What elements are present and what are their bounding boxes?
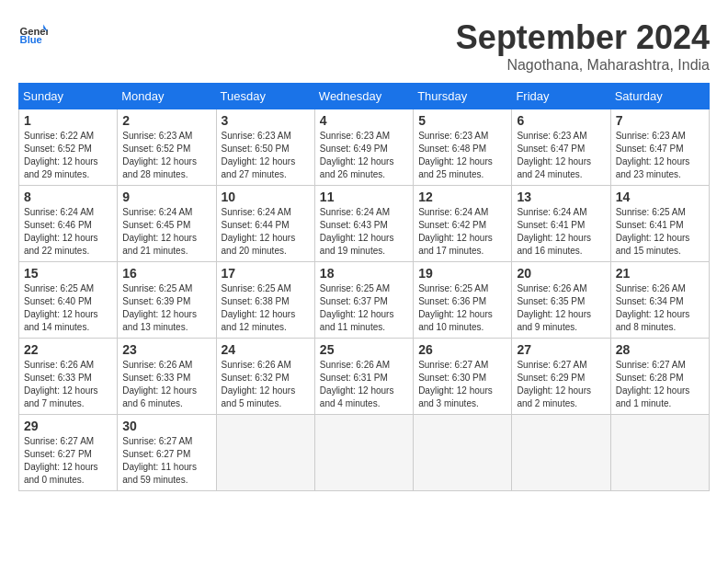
day-info: Sunrise: 6:27 AMSunset: 6:27 PMDaylight:… [24,435,112,487]
col-header-wednesday: Wednesday [314,84,413,109]
day-number: 24 [222,342,310,357]
day-number: 8 [24,190,112,204]
day-info: Sunrise: 6:24 AMSunset: 6:43 PMDaylight:… [320,206,408,258]
calendar-cell: 8Sunrise: 6:24 AMSunset: 6:46 PMDaylight… [19,186,118,262]
calendar-cell: 28Sunrise: 6:27 AMSunset: 6:28 PMDayligh… [610,339,709,415]
title-section: September 2024 Nagothana, Maharashtra, I… [456,18,710,74]
calendar-cell [414,415,512,491]
calendar-cell: 29Sunrise: 6:27 AMSunset: 6:27 PMDayligh… [19,415,118,491]
calendar-week-row: 1Sunrise: 6:22 AMSunset: 6:52 PMDaylight… [19,109,710,186]
day-number: 30 [122,419,210,433]
calendar-header-row: SundayMondayTuesdayWednesdayThursdayFrid… [19,84,710,109]
day-number: 12 [418,190,506,204]
day-number: 14 [616,190,704,204]
calendar-cell: 11Sunrise: 6:24 AMSunset: 6:43 PMDayligh… [314,186,413,262]
day-number: 22 [24,342,112,357]
calendar-cell: 27Sunrise: 6:27 AMSunset: 6:29 PMDayligh… [512,339,610,415]
day-number: 11 [320,190,408,204]
day-info: Sunrise: 6:23 AMSunset: 6:47 PMDaylight:… [616,130,704,181]
day-number: 1 [24,113,112,128]
calendar-cell: 23Sunrise: 6:26 AMSunset: 6:33 PMDayligh… [118,339,216,415]
day-number: 9 [122,190,210,204]
day-number: 5 [418,113,506,128]
calendar-cell: 14Sunrise: 6:25 AMSunset: 6:41 PMDayligh… [610,186,709,262]
day-info: Sunrise: 6:23 AMSunset: 6:49 PMDaylight:… [320,130,408,181]
day-info: Sunrise: 6:26 AMSunset: 6:35 PMDaylight:… [517,282,605,334]
col-header-saturday: Saturday [610,84,709,109]
calendar-cell: 9Sunrise: 6:24 AMSunset: 6:45 PMDaylight… [118,186,216,262]
calendar-cell: 16Sunrise: 6:25 AMSunset: 6:39 PMDayligh… [118,262,216,339]
day-info: Sunrise: 6:24 AMSunset: 6:42 PMDaylight:… [418,206,506,258]
col-header-monday: Monday [118,84,216,109]
col-header-thursday: Thursday [414,84,512,109]
col-header-friday: Friday [512,84,610,109]
day-info: Sunrise: 6:25 AMSunset: 6:38 PMDaylight:… [222,282,310,334]
day-info: Sunrise: 6:24 AMSunset: 6:44 PMDaylight:… [222,206,310,258]
calendar-cell: 17Sunrise: 6:25 AMSunset: 6:38 PMDayligh… [216,262,314,339]
day-number: 18 [320,266,408,281]
col-header-sunday: Sunday [19,84,118,109]
day-info: Sunrise: 6:26 AMSunset: 6:31 PMDaylight:… [320,359,408,410]
calendar-cell: 5Sunrise: 6:23 AMSunset: 6:48 PMDaylight… [414,109,512,186]
page-header: General Blue September 2024 Nagothana, M… [18,18,710,74]
day-number: 4 [320,113,408,128]
day-number: 10 [222,190,310,204]
calendar-cell: 25Sunrise: 6:26 AMSunset: 6:31 PMDayligh… [314,339,413,415]
location-title: Nagothana, Maharashtra, India [456,57,710,74]
day-info: Sunrise: 6:23 AMSunset: 6:47 PMDaylight:… [517,130,605,181]
calendar-cell: 22Sunrise: 6:26 AMSunset: 6:33 PMDayligh… [19,339,118,415]
day-number: 28 [616,342,704,357]
day-info: Sunrise: 6:23 AMSunset: 6:50 PMDaylight:… [222,130,310,181]
svg-text:Blue: Blue [20,34,42,45]
calendar-cell: 15Sunrise: 6:25 AMSunset: 6:40 PMDayligh… [19,262,118,339]
day-info: Sunrise: 6:26 AMSunset: 6:32 PMDaylight:… [222,359,310,410]
day-number: 7 [616,113,704,128]
calendar-cell: 10Sunrise: 6:24 AMSunset: 6:44 PMDayligh… [216,186,314,262]
calendar-table: SundayMondayTuesdayWednesdayThursdayFrid… [18,83,710,491]
calendar-cell: 19Sunrise: 6:25 AMSunset: 6:36 PMDayligh… [414,262,512,339]
day-info: Sunrise: 6:26 AMSunset: 6:33 PMDaylight:… [122,359,210,410]
day-info: Sunrise: 6:25 AMSunset: 6:40 PMDaylight:… [24,282,112,334]
day-info: Sunrise: 6:25 AMSunset: 6:37 PMDaylight:… [320,282,408,334]
day-number: 13 [517,190,605,204]
day-number: 16 [122,266,210,281]
calendar-cell [216,415,314,491]
calendar-cell [512,415,610,491]
day-info: Sunrise: 6:24 AMSunset: 6:41 PMDaylight:… [517,206,605,258]
day-number: 3 [222,113,310,128]
day-number: 21 [616,266,704,281]
day-number: 29 [24,419,112,433]
calendar-cell: 2Sunrise: 6:23 AMSunset: 6:52 PMDaylight… [118,109,216,186]
day-number: 2 [122,113,210,128]
day-number: 6 [517,113,605,128]
day-number: 25 [320,342,408,357]
calendar-cell: 1Sunrise: 6:22 AMSunset: 6:52 PMDaylight… [19,109,118,186]
calendar-cell: 18Sunrise: 6:25 AMSunset: 6:37 PMDayligh… [314,262,413,339]
day-info: Sunrise: 6:25 AMSunset: 6:36 PMDaylight:… [418,282,506,334]
calendar-week-row: 15Sunrise: 6:25 AMSunset: 6:40 PMDayligh… [19,262,710,339]
day-info: Sunrise: 6:24 AMSunset: 6:45 PMDaylight:… [122,206,210,258]
day-info: Sunrise: 6:23 AMSunset: 6:52 PMDaylight:… [122,130,210,181]
day-number: 19 [418,266,506,281]
calendar-cell [610,415,709,491]
day-number: 20 [517,266,605,281]
day-number: 15 [24,266,112,281]
day-info: Sunrise: 6:26 AMSunset: 6:33 PMDaylight:… [24,359,112,410]
calendar-cell: 24Sunrise: 6:26 AMSunset: 6:32 PMDayligh… [216,339,314,415]
calendar-week-row: 29Sunrise: 6:27 AMSunset: 6:27 PMDayligh… [19,415,710,491]
logo-icon: General Blue [18,18,48,48]
calendar-cell: 6Sunrise: 6:23 AMSunset: 6:47 PMDaylight… [512,109,610,186]
day-number: 23 [122,342,210,357]
calendar-cell [314,415,413,491]
day-info: Sunrise: 6:25 AMSunset: 6:39 PMDaylight:… [122,282,210,334]
calendar-cell: 7Sunrise: 6:23 AMSunset: 6:47 PMDaylight… [610,109,709,186]
logo: General Blue [18,18,48,48]
day-info: Sunrise: 6:25 AMSunset: 6:41 PMDaylight:… [616,206,704,258]
month-title: September 2024 [456,18,710,57]
day-info: Sunrise: 6:22 AMSunset: 6:52 PMDaylight:… [24,130,112,181]
calendar-cell: 20Sunrise: 6:26 AMSunset: 6:35 PMDayligh… [512,262,610,339]
day-info: Sunrise: 6:26 AMSunset: 6:34 PMDaylight:… [616,282,704,334]
day-info: Sunrise: 6:24 AMSunset: 6:46 PMDaylight:… [24,206,112,258]
calendar-cell: 4Sunrise: 6:23 AMSunset: 6:49 PMDaylight… [314,109,413,186]
calendar-cell: 13Sunrise: 6:24 AMSunset: 6:41 PMDayligh… [512,186,610,262]
